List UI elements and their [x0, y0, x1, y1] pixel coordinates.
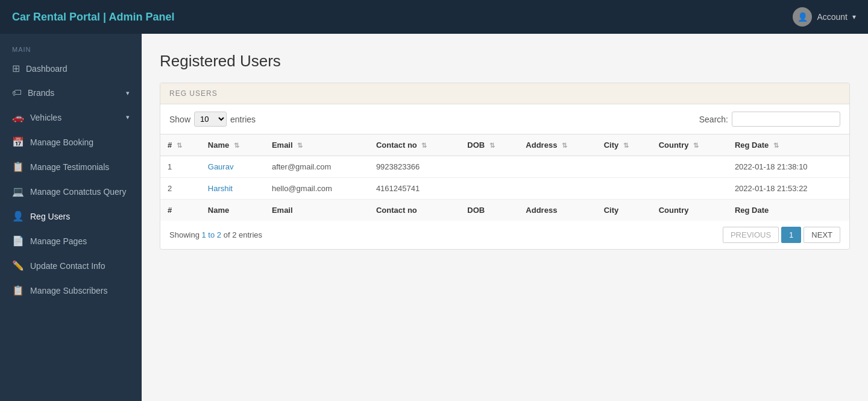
col-email: Email ⇅	[265, 134, 369, 156]
col-num: # ⇅	[160, 134, 201, 156]
sort-icon[interactable]: ⇅	[773, 142, 779, 149]
cell-num: 2	[160, 178, 201, 200]
sidebar-item-label: Reg Users	[30, 212, 70, 221]
cell-country	[652, 178, 728, 200]
brands-icon: 🏷	[12, 87, 22, 98]
cell-contact: 9923823366	[369, 156, 460, 178]
booking-icon: 📅	[12, 136, 24, 148]
showing-range[interactable]: 1 to 2	[202, 230, 222, 239]
layout: MAIN ⊞ Dashboard 🏷 Brands ▾ 🚗 Vehicles ▾…	[0, 34, 868, 401]
showing-pre: Showing	[169, 230, 200, 239]
sort-icon[interactable]: ⇅	[177, 142, 182, 149]
cell-name: Gaurav	[201, 156, 265, 178]
sidebar-item-label: Manage Booking	[30, 137, 93, 147]
sidebar-item-label: Manage Conatctus Query	[30, 187, 127, 197]
cell-city	[597, 178, 652, 200]
showing-total: 2	[232, 230, 236, 239]
search-input[interactable]	[732, 112, 840, 127]
chevron-down-icon: ▾	[852, 13, 856, 21]
sidebar-item-manage-testimonials[interactable]: 📋 Manage Testimonials	[0, 154, 142, 179]
sidebar-item-label: Manage Subscribers	[30, 286, 107, 295]
sidebar-item-label: Manage Testimonials	[30, 162, 109, 172]
sidebar-item-manage-booking[interactable]: 📅 Manage Booking	[0, 130, 142, 154]
sidebar-item-label: Brands	[28, 88, 54, 98]
sidebar-item-label: Update Contact Info	[30, 261, 105, 271]
sidebar-item-reg-users[interactable]: 👤 Reg Users	[0, 204, 142, 229]
sidebar-item-manage-subscribers[interactable]: 📋 Manage Subscribers	[0, 278, 142, 303]
sidebar-item-brands[interactable]: 🏷 Brands ▾	[0, 81, 142, 105]
sidebar: MAIN ⊞ Dashboard 🏷 Brands ▾ 🚗 Vehicles ▾…	[0, 34, 142, 401]
cell-email: after@gmail.com	[265, 156, 369, 178]
footer-col-name: Name	[201, 200, 265, 221]
cell-address	[518, 156, 596, 178]
pagination: PREVIOUS 1 NEXT	[723, 227, 840, 243]
footer-col-contact: Contact no	[369, 200, 460, 221]
footer-col-city: City	[597, 200, 652, 221]
page-title: Registered Users	[160, 52, 850, 71]
footer-col-address: Address	[518, 200, 596, 221]
footer-col-country: Country	[652, 200, 728, 221]
vehicles-icon: 🚗	[12, 112, 24, 123]
prev-button[interactable]: PREVIOUS	[723, 227, 779, 243]
table-card-header: REG USERS	[160, 83, 849, 104]
page-1-button[interactable]: 1	[781, 227, 801, 243]
sort-icon[interactable]: ⇅	[297, 142, 303, 149]
table-row: 2 Harshit hello@gmail.com 4161245741 202…	[160, 178, 849, 200]
footer-col-reg-date: Reg Date	[728, 200, 849, 221]
next-button[interactable]: NEXT	[804, 227, 840, 243]
sort-icon[interactable]: ⇅	[234, 142, 239, 149]
subscribers-icon: 📋	[12, 285, 24, 296]
col-contact: Contact no ⇅	[369, 134, 460, 156]
cell-dob	[460, 178, 518, 200]
pages-icon: 📄	[12, 235, 24, 247]
col-city: City ⇅	[597, 134, 652, 156]
sort-icon[interactable]: ⇅	[623, 142, 629, 149]
sort-icon[interactable]: ⇅	[421, 142, 427, 149]
footer-col-email: Email	[265, 200, 369, 221]
account-label: Account	[817, 12, 848, 22]
showing-mid: of	[224, 230, 230, 239]
showing-post: entries	[239, 230, 262, 239]
update-contact-icon: ✏️	[12, 260, 24, 271]
cell-contact: 4161245741	[369, 178, 460, 200]
entries-select[interactable]: 10 25 50 100	[194, 112, 227, 127]
sidebar-item-vehicles[interactable]: 🚗 Vehicles ▾	[0, 105, 142, 130]
table-card: REG USERS Show 10 25 50 100 entries Sear…	[160, 83, 850, 250]
col-address: Address ⇅	[518, 134, 596, 156]
sort-icon[interactable]: ⇅	[562, 142, 567, 149]
footer-col-num: #	[160, 200, 201, 221]
sidebar-section-label: MAIN	[0, 40, 142, 56]
cell-dob	[460, 156, 518, 178]
search-box: Search:	[699, 112, 840, 127]
sidebar-item-dashboard[interactable]: ⊞ Dashboard	[0, 56, 142, 81]
cell-address	[518, 178, 596, 200]
contacts-icon: 💻	[12, 186, 24, 197]
sort-icon[interactable]: ⇅	[489, 142, 495, 149]
cell-reg-date: 2022-01-18 21:38:10	[728, 156, 849, 178]
search-label: Search:	[699, 115, 728, 124]
table-row: 1 Gaurav after@gmail.com 9923823366 2022…	[160, 156, 849, 178]
cell-num: 1	[160, 156, 201, 178]
dashboard-icon: ⊞	[12, 63, 20, 74]
sort-icon[interactable]: ⇅	[693, 142, 699, 149]
sidebar-item-update-contact[interactable]: ✏️ Update Contact Info	[0, 253, 142, 278]
table-footer: Showing 1 to 2 of 2 entries PREVIOUS 1 N…	[160, 221, 849, 249]
cell-city	[597, 156, 652, 178]
sidebar-item-label: Manage Pages	[30, 236, 87, 246]
cell-email: hello@gmail.com	[265, 178, 369, 200]
showing-text: Showing 1 to 2 of 2 entries	[169, 230, 262, 239]
cell-country	[652, 156, 728, 178]
chevron-down-icon: ▾	[126, 113, 130, 121]
sidebar-item-manage-pages[interactable]: 📄 Manage Pages	[0, 229, 142, 253]
cell-reg-date: 2022-01-18 21:53:22	[728, 178, 849, 200]
reg-users-icon: 👤	[12, 210, 24, 222]
avatar: 👤	[793, 7, 812, 27]
sidebar-item-label: Vehicles	[30, 113, 61, 122]
users-table: # ⇅ Name ⇅ Email ⇅ Contact no ⇅ DOB ⇅ Ad…	[160, 134, 849, 221]
account-menu[interactable]: 👤 Account ▾	[793, 7, 856, 27]
sidebar-item-manage-contacts[interactable]: 💻 Manage Conatctus Query	[0, 179, 142, 204]
sidebar-item-label: Dashboard	[26, 64, 68, 74]
main-content: Registered Users REG USERS Show 10 25 50…	[142, 34, 868, 401]
chevron-down-icon: ▾	[126, 89, 130, 97]
entries-label: entries	[230, 115, 256, 124]
